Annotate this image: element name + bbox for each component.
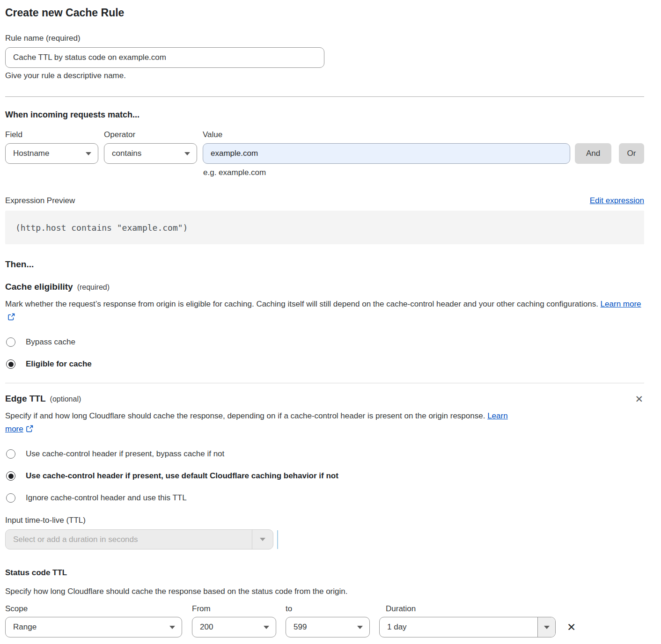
- chevron-down-icon: [357, 626, 363, 629]
- expression-code: (http.host contains "example.com"): [15, 223, 188, 233]
- chevron-down-icon: [86, 152, 91, 155]
- radio-unchecked-icon[interactable]: [6, 493, 15, 503]
- radio-unchecked-icon[interactable]: [6, 449, 15, 459]
- value-label: Value: [203, 130, 222, 139]
- edge-ttl-description: Specify if and how long Cloudflare shoul…: [5, 410, 520, 437]
- match-heading: When incoming requests match...: [5, 110, 644, 120]
- radio-label: Use cache-control header if present, byp…: [26, 449, 224, 459]
- radio-checked-icon[interactable]: [6, 359, 15, 369]
- radio-label: Ignore cache-control header and use this…: [26, 493, 187, 503]
- radio-label: Eligible for cache: [26, 359, 92, 369]
- cache-eligibility-learn-more-link[interactable]: Learn more: [601, 300, 641, 308]
- edge-ttl-header: Edge TTL(optional) ✕: [5, 394, 644, 405]
- radio-option-ignore-header[interactable]: Ignore cache-control header and use this…: [5, 493, 644, 503]
- to-label: to: [286, 604, 379, 614]
- ttl-duration-placeholder: Select or add a duration in seconds: [6, 530, 252, 549]
- ttl-input-label: Input time-to-live (TTL): [5, 516, 644, 525]
- chevron-down-icon: [169, 626, 175, 629]
- page-title: Create new Cache Rule: [5, 6, 644, 20]
- to-select-value: 599: [294, 622, 357, 632]
- or-button[interactable]: Or: [619, 143, 644, 164]
- duration-label: Duration: [379, 604, 416, 614]
- rule-name-input[interactable]: [5, 47, 324, 68]
- and-button[interactable]: And: [575, 143, 611, 164]
- field-select[interactable]: Hostname: [5, 143, 98, 164]
- radio-option-bypass-cache[interactable]: Bypass cache: [5, 337, 644, 347]
- create-cache-rule-form: Create new Cache Rule Rule name (require…: [5, 0, 644, 637]
- section-divider: [5, 96, 644, 97]
- ttl-select-row: Select or add a duration in seconds: [5, 529, 644, 549]
- from-select[interactable]: 200: [192, 617, 276, 637]
- cache-eligibility-description-text: Mark whether the request’s response from…: [5, 300, 598, 308]
- match-condition-row: Hostname contains And Or: [5, 143, 644, 164]
- value-input[interactable]: [203, 143, 570, 164]
- cache-eligibility-title: Cache eligibility: [5, 282, 73, 292]
- field-label: Field: [5, 130, 104, 139]
- scope-select-value: Range: [13, 622, 169, 632]
- edit-expression-link[interactable]: Edit expression: [590, 196, 644, 205]
- cache-eligibility-heading: Cache eligibility(required): [5, 282, 644, 292]
- chevron-down-icon: [252, 530, 273, 549]
- duration-select-value: 1 day: [380, 617, 537, 637]
- status-code-ttl-description: Specify how long Cloudflare should cache…: [5, 585, 644, 598]
- edge-ttl-description-text: Specify if and how long Cloudflare shoul…: [5, 411, 485, 420]
- scope-select[interactable]: Range: [5, 617, 182, 637]
- external-link-icon: [26, 424, 33, 437]
- edge-ttl-heading: Edge TTL(optional): [5, 394, 81, 404]
- status-code-labels-row: Scope From to Duration: [5, 604, 644, 614]
- scope-label: Scope: [5, 604, 192, 614]
- to-select[interactable]: 599: [286, 617, 370, 637]
- edge-ttl-title: Edge TTL: [5, 394, 46, 403]
- expression-preview-header: Expression Preview Edit expression: [5, 196, 644, 205]
- text-cursor-line: [277, 530, 278, 549]
- radio-option-use-header-default[interactable]: Use cache-control header if present, use…: [5, 471, 644, 481]
- external-link-icon: [7, 312, 15, 325]
- rule-name-help: Give your rule a descriptive name.: [5, 71, 644, 80]
- field-select-value: Hostname: [13, 149, 86, 158]
- match-labels-row: Field Operator Value: [5, 130, 644, 139]
- expression-preview-label: Expression Preview: [5, 196, 75, 205]
- operator-select[interactable]: contains: [104, 143, 197, 164]
- radio-unchecked-icon[interactable]: [6, 337, 15, 347]
- radio-label: Use cache-control header if present, use…: [26, 471, 338, 481]
- chevron-down-icon: [184, 152, 190, 155]
- radio-label: Bypass cache: [26, 337, 75, 347]
- status-code-ttl-row: Range 200 599 1 day ✕: [5, 617, 644, 637]
- status-code-ttl-heading: Status code TTL: [5, 568, 644, 578]
- value-hint: e.g. example.com: [203, 168, 644, 177]
- delete-row-icon[interactable]: ✕: [567, 622, 576, 633]
- chevron-down-icon: [264, 626, 269, 629]
- expression-preview-box: (http.host contains "example.com"): [5, 211, 644, 244]
- close-icon[interactable]: ✕: [634, 394, 644, 405]
- ttl-duration-select[interactable]: Select or add a duration in seconds: [5, 529, 273, 549]
- radio-checked-icon[interactable]: [6, 471, 15, 481]
- required-tag: (required): [77, 283, 110, 291]
- duration-select[interactable]: 1 day: [379, 617, 556, 637]
- chevron-down-icon: [537, 617, 555, 637]
- operator-label: Operator: [104, 130, 203, 139]
- cache-eligibility-description: Mark whether the request’s response from…: [5, 298, 644, 325]
- rule-name-label: Rule name (required): [5, 34, 644, 43]
- from-select-value: 200: [200, 622, 264, 632]
- radio-option-eligible-for-cache[interactable]: Eligible for cache: [5, 359, 644, 369]
- radio-option-use-header-bypass[interactable]: Use cache-control header if present, byp…: [5, 449, 644, 459]
- section-divider: [5, 383, 644, 383]
- from-label: From: [192, 604, 286, 614]
- optional-tag: (optional): [50, 395, 81, 403]
- operator-select-value: contains: [112, 149, 184, 158]
- then-heading: Then...: [5, 259, 644, 270]
